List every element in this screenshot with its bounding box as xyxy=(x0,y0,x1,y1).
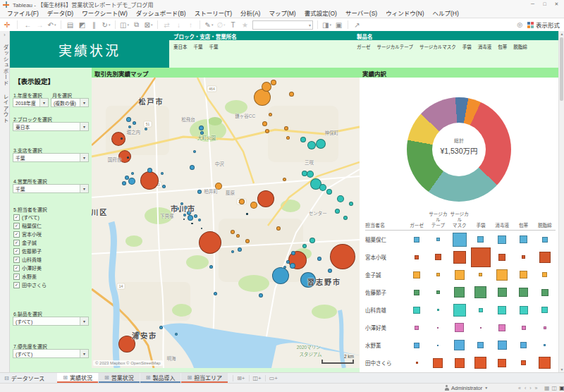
mark-square[interactable] xyxy=(498,254,505,261)
tableau-logo-icon[interactable]: ✛ xyxy=(0,20,14,30)
person-checkbox[interactable]: ✓田中さくら xyxy=(10,281,47,289)
map-bubble[interactable] xyxy=(188,215,193,221)
map-bubble[interactable] xyxy=(231,250,234,253)
map-bubble[interactable] xyxy=(236,234,240,238)
block-filter-dropdown[interactable]: 東日本 ▾ xyxy=(13,122,89,131)
menu-item[interactable]: 書式設定(O) xyxy=(300,9,341,18)
menu-item[interactable]: ダッシュボード(B) xyxy=(132,9,190,18)
filter-value[interactable]: 消毒液 xyxy=(478,43,492,50)
map-bubble[interactable] xyxy=(180,202,183,205)
map-bubble[interactable] xyxy=(199,125,204,130)
map-bubble[interactable] xyxy=(262,82,271,92)
map-bubble[interactable] xyxy=(159,326,163,329)
map-bubble[interactable] xyxy=(190,165,195,170)
previous-sheet-icon[interactable]: ‹ xyxy=(525,386,526,391)
mark-square[interactable] xyxy=(413,307,420,314)
map-bubble[interactable] xyxy=(291,251,295,255)
datasource-tab[interactable]: ⊟ データソース xyxy=(0,373,51,383)
chevron-down-icon[interactable]: ▾ xyxy=(80,185,88,192)
map-bubble[interactable] xyxy=(316,139,326,149)
mark-square[interactable] xyxy=(520,235,527,243)
map-bubble[interactable] xyxy=(286,260,290,264)
mark-square[interactable] xyxy=(498,235,506,244)
first-sheet-icon[interactable]: « xyxy=(518,386,521,391)
mark-square[interactable] xyxy=(455,358,465,368)
map-bubble[interactable] xyxy=(330,244,355,269)
map-bubble[interactable] xyxy=(191,223,192,224)
scroll-down-icon[interactable]: ▼ xyxy=(559,367,564,372)
mark-square[interactable] xyxy=(541,289,548,296)
map-bubble[interactable] xyxy=(290,263,295,269)
map-bubble[interactable] xyxy=(283,178,286,181)
mark-square[interactable] xyxy=(542,237,548,243)
mark-square[interactable] xyxy=(498,306,506,314)
new-story-button[interactable]: ▭+ xyxy=(265,375,281,381)
back-icon[interactable]: ← xyxy=(22,19,34,30)
menu-item[interactable]: データ(D) xyxy=(43,9,78,18)
menu-item[interactable]: サーバー(S) xyxy=(341,9,381,18)
map-bubble[interactable] xyxy=(149,337,151,338)
rail-tab-dashboard[interactable]: ダッシュボード xyxy=(0,44,9,87)
map-bubble[interactable] xyxy=(131,172,134,175)
product-filter-dropdown[interactable]: (すべて) ▾ xyxy=(13,317,89,326)
filter-value[interactable]: ガーゼ xyxy=(357,43,371,50)
map-bubble[interactable] xyxy=(276,226,281,231)
mark-square[interactable] xyxy=(436,238,440,241)
map-bubble[interactable] xyxy=(135,331,140,336)
menu-item[interactable]: マップ(M) xyxy=(264,9,300,18)
person-checkbox[interactable]: ✓稲葉保仁 xyxy=(10,221,47,230)
map-bubble[interactable] xyxy=(126,117,131,122)
filter-value[interactable]: 千葉 xyxy=(209,43,219,50)
menu-item[interactable]: ストーリー(T) xyxy=(190,9,236,18)
fix-formatting-icon[interactable]: ★ xyxy=(239,19,251,30)
mark-square[interactable] xyxy=(498,359,506,367)
sheet-tab-3[interactable]: ⊞担当エリア xyxy=(181,373,228,383)
map-bubble[interactable] xyxy=(215,183,222,190)
mark-square[interactable] xyxy=(454,287,465,298)
fit-axes-icon[interactable]: ◨▾ xyxy=(321,19,333,30)
sheet-tab-0[interactable]: ⊞実績状況 xyxy=(57,373,98,383)
show-tabs-icon[interactable]: ▦ xyxy=(544,385,550,391)
map-bubble[interactable] xyxy=(335,209,340,214)
year-filter-dropdown[interactable]: 2018年度 ▾ xyxy=(13,98,49,107)
mark-square[interactable] xyxy=(437,345,439,346)
map-bubble[interactable] xyxy=(272,267,289,284)
show-sheet-icon[interactable]: ▣ xyxy=(559,385,564,391)
map-bubble[interactable] xyxy=(193,150,196,153)
map-bubble[interactable] xyxy=(269,113,272,116)
chevron-down-icon[interactable]: ▾ xyxy=(80,99,88,106)
mark-square[interactable] xyxy=(435,254,441,260)
office-filter-dropdown[interactable]: 千葉 ▾ xyxy=(13,184,89,193)
swap-icon[interactable]: ⇄ xyxy=(161,19,173,30)
mark-square[interactable] xyxy=(453,304,466,317)
mark-square[interactable] xyxy=(519,288,528,297)
map-bubble[interactable] xyxy=(326,189,332,195)
mark-square[interactable] xyxy=(455,323,464,332)
chevron-down-icon[interactable]: ▾ xyxy=(80,350,88,357)
show-labels-icon[interactable]: T xyxy=(227,19,239,30)
map-bubble[interactable] xyxy=(184,206,188,209)
map-bubble[interactable] xyxy=(265,129,269,133)
binoculars-icon[interactable]: ◎ xyxy=(517,21,522,28)
mark-square[interactable] xyxy=(453,251,466,264)
map-bubble[interactable] xyxy=(262,121,267,126)
sort-ascending-icon[interactable]: ↓ xyxy=(173,19,185,30)
presentation-mode-icon[interactable]: ▣ xyxy=(333,19,345,30)
show-me-button[interactable]: 表示形式 xyxy=(527,20,560,29)
fit-selector[interactable]: ▾ xyxy=(252,20,313,30)
map-bubble[interactable] xyxy=(209,265,213,269)
map-bubble[interactable] xyxy=(337,195,344,202)
person-checkbox[interactable]: ✓宮本小咲 xyxy=(10,230,47,238)
map-bubble[interactable] xyxy=(259,293,263,298)
map-bubble[interactable] xyxy=(302,244,307,248)
mark-square[interactable] xyxy=(521,360,526,365)
person-checkbox[interactable]: ✓佐藤節子 xyxy=(10,247,47,255)
mark-square[interactable] xyxy=(541,307,548,313)
save-icon[interactable]: ▤ xyxy=(64,19,76,30)
map-bubble[interactable] xyxy=(307,171,314,178)
map-bubble[interactable] xyxy=(111,132,125,146)
map-bubble[interactable] xyxy=(289,92,294,97)
map-bubble[interactable] xyxy=(145,128,147,130)
map-bubble[interactable] xyxy=(200,131,204,135)
person-checkbox[interactable]: ✓金子誠 xyxy=(10,238,47,247)
